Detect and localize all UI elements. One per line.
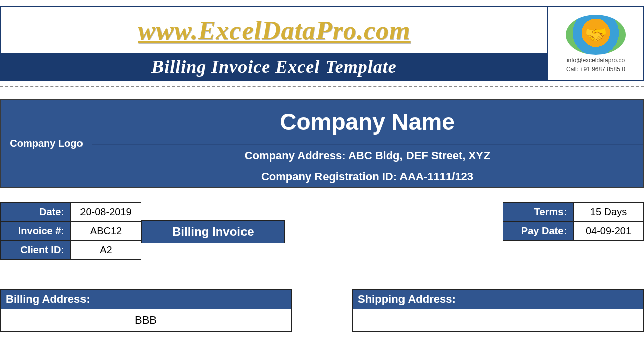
billing-address-value[interactable]: BBB [1, 309, 291, 331]
company-header: Company Logo Company Name Company Addres… [0, 99, 644, 188]
company-logo-cell: Company Logo [1, 100, 92, 187]
date-value[interactable]: 20-08-2019 [71, 203, 141, 222]
divider [0, 86, 644, 87]
paydate-label: Pay Date: [503, 222, 574, 241]
site-url[interactable]: www.ExcelDataPro.com [1, 7, 547, 53]
template-title: Billing Invoice Excel Template [1, 53, 547, 80]
company-registration: Company Registration ID: AAA-1111/123 [92, 166, 643, 187]
handshake-icon [566, 15, 626, 55]
shipping-address-value[interactable] [353, 309, 643, 331]
address-row: Billing Address: BBB Shipping Address: [0, 289, 644, 332]
document-title: Billing Invoice [141, 220, 285, 243]
left-fields: Date: 20-08-2019 Invoice #: ABC12 Client… [0, 202, 141, 260]
invoice-template: www.ExcelDataPro.com Billing Invoice Exc… [0, 0, 644, 332]
billing-address-box: Billing Address: BBB [0, 289, 292, 332]
fields-row: Date: 20-08-2019 Invoice #: ABC12 Client… [0, 202, 644, 260]
company-info: Company Name Company Address: ABC Bldg, … [92, 100, 643, 187]
billing-address-label: Billing Address: [1, 290, 291, 309]
shipping-address-box: Shipping Address: [352, 289, 644, 332]
invoice-label: Invoice #: [1, 222, 71, 241]
client-label: Client ID: [1, 241, 71, 260]
company-name: Company Name [92, 100, 643, 145]
contact-email: info@exceldatapro.co [567, 57, 625, 64]
terms-value[interactable]: 15 Days [574, 203, 644, 222]
shipping-address-label: Shipping Address: [353, 290, 643, 309]
invoice-value[interactable]: ABC12 [71, 222, 141, 241]
company-address: Company Address: ABC Bldg, DEF Street, X… [92, 145, 643, 166]
date-label: Date: [1, 203, 71, 222]
site-banner: www.ExcelDataPro.com Billing Invoice Exc… [0, 6, 644, 81]
contact-phone: Call: +91 9687 8585 0 [566, 66, 625, 73]
paydate-value[interactable]: 04-09-201 [574, 222, 644, 241]
right-fields: Terms: 15 Days Pay Date: 04-09-201 [503, 202, 644, 241]
banner-left: www.ExcelDataPro.com Billing Invoice Exc… [1, 7, 547, 80]
client-value[interactable]: A2 [71, 241, 141, 260]
banner-right: info@exceldatapro.co Call: +91 9687 8585… [547, 7, 643, 80]
terms-label: Terms: [503, 203, 574, 222]
